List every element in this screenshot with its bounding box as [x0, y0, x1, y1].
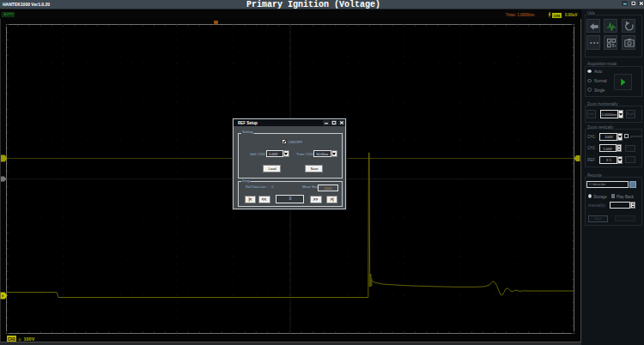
- svg-text:100V: 100V: [24, 336, 35, 342]
- svg-text:CH1: CH1: [8, 337, 15, 342]
